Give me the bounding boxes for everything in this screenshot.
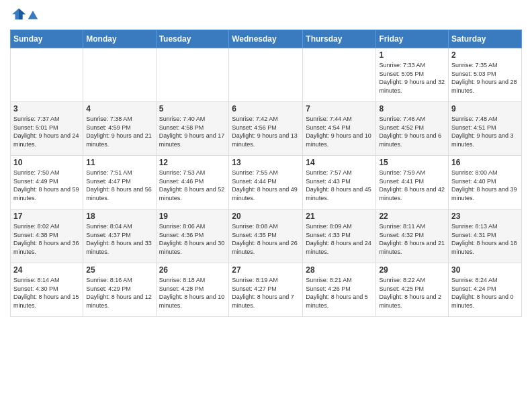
day-number: 21 — [306, 212, 373, 221]
calendar-cell: 17Sunrise: 8:02 AMSunset: 4:38 PMDayligh… — [11, 210, 83, 263]
calendar-cell — [229, 48, 303, 102]
day-number: 19 — [159, 212, 226, 221]
calendar-cell: 5Sunrise: 7:40 AMSunset: 4:58 PMDaylight… — [156, 102, 229, 156]
weekday-header-wednesday: Wednesday — [229, 30, 303, 48]
day-info: Sunrise: 7:50 AMSunset: 4:49 PMDaylight:… — [13, 169, 80, 202]
day-info: Sunrise: 8:24 AMSunset: 4:24 PMDaylight:… — [451, 276, 519, 310]
day-info: Sunrise: 8:04 AMSunset: 4:37 PMDaylight:… — [86, 222, 152, 256]
day-number: 4 — [86, 104, 152, 113]
day-number: 29 — [379, 265, 445, 275]
day-number: 3 — [13, 104, 80, 113]
calendar-cell — [156, 48, 229, 102]
calendar: SundayMondayTuesdayWednesdayThursdayFrid… — [10, 30, 522, 317]
calendar-cell: 6Sunrise: 7:42 AMSunset: 4:56 PMDaylight… — [229, 102, 303, 156]
weekday-header-tuesday: Tuesday — [156, 30, 229, 48]
day-info: Sunrise: 8:11 AMSunset: 4:32 PMDaylight:… — [379, 222, 445, 256]
day-info: Sunrise: 7:37 AMSunset: 5:01 PMDaylight:… — [13, 115, 80, 148]
logo-triangle-icon — [27, 9, 39, 21]
calendar-cell: 12Sunrise: 7:53 AMSunset: 4:46 PMDayligh… — [156, 156, 229, 210]
weekday-header-thursday: Thursday — [303, 30, 376, 48]
day-number: 7 — [306, 104, 373, 113]
day-number: 17 — [13, 212, 80, 221]
day-number: 27 — [232, 265, 300, 275]
day-info: Sunrise: 8:08 AMSunset: 4:35 PMDaylight:… — [232, 222, 300, 256]
day-info: Sunrise: 7:53 AMSunset: 4:46 PMDaylight:… — [159, 169, 226, 202]
day-info: Sunrise: 8:09 AMSunset: 4:33 PMDaylight:… — [306, 222, 373, 256]
calendar-cell: 22Sunrise: 8:11 AMSunset: 4:32 PMDayligh… — [376, 210, 449, 263]
day-number: 2 — [451, 50, 519, 60]
day-number: 12 — [159, 158, 226, 167]
calendar-cell: 1Sunrise: 7:33 AMSunset: 5:05 PMDaylight… — [376, 48, 449, 102]
day-info: Sunrise: 8:19 AMSunset: 4:27 PMDaylight:… — [232, 276, 300, 310]
calendar-cell: 18Sunrise: 8:04 AMSunset: 4:37 PMDayligh… — [83, 210, 156, 263]
svg-marker-0 — [28, 11, 38, 19]
calendar-cell: 10Sunrise: 7:50 AMSunset: 4:49 PMDayligh… — [11, 156, 83, 210]
calendar-cell: 7Sunrise: 7:44 AMSunset: 4:54 PMDaylight… — [303, 102, 376, 156]
day-number: 8 — [379, 104, 445, 113]
calendar-cell: 30Sunrise: 8:24 AMSunset: 4:24 PMDayligh… — [449, 263, 522, 317]
day-info: Sunrise: 7:57 AMSunset: 4:43 PMDaylight:… — [306, 169, 373, 202]
day-number: 5 — [159, 104, 226, 113]
weekday-header-sunday: Sunday — [11, 30, 83, 48]
calendar-cell — [303, 48, 376, 102]
day-number: 23 — [451, 212, 519, 221]
calendar-cell: 19Sunrise: 8:06 AMSunset: 4:36 PMDayligh… — [156, 210, 229, 263]
calendar-week-5: 24Sunrise: 8:14 AMSunset: 4:30 PMDayligh… — [11, 263, 522, 317]
day-info: Sunrise: 7:38 AMSunset: 4:59 PMDaylight:… — [86, 115, 152, 148]
day-number: 9 — [451, 104, 519, 113]
day-info: Sunrise: 7:46 AMSunset: 4:52 PMDaylight:… — [379, 115, 445, 148]
day-number: 16 — [451, 158, 519, 167]
day-number: 22 — [379, 212, 445, 221]
calendar-cell: 26Sunrise: 8:18 AMSunset: 4:28 PMDayligh… — [156, 263, 229, 317]
day-info: Sunrise: 7:44 AMSunset: 4:54 PMDaylight:… — [306, 115, 373, 148]
calendar-cell: 24Sunrise: 8:14 AMSunset: 4:30 PMDayligh… — [11, 263, 83, 317]
day-info: Sunrise: 7:33 AMSunset: 5:05 PMDaylight:… — [379, 61, 445, 95]
day-number: 6 — [232, 104, 300, 113]
weekday-header-saturday: Saturday — [449, 30, 522, 48]
day-info: Sunrise: 8:21 AMSunset: 4:26 PMDaylight:… — [306, 276, 373, 310]
calendar-cell: 4Sunrise: 7:38 AMSunset: 4:59 PMDaylight… — [83, 102, 156, 156]
calendar-cell: 8Sunrise: 7:46 AMSunset: 4:52 PMDaylight… — [376, 102, 449, 156]
day-info: Sunrise: 8:18 AMSunset: 4:28 PMDaylight:… — [159, 276, 226, 310]
day-info: Sunrise: 7:59 AMSunset: 4:41 PMDaylight:… — [379, 169, 445, 202]
day-number: 24 — [13, 265, 80, 275]
day-number: 28 — [306, 265, 373, 275]
calendar-cell: 14Sunrise: 7:57 AMSunset: 4:43 PMDayligh… — [303, 156, 376, 210]
calendar-cell: 25Sunrise: 8:16 AMSunset: 4:29 PMDayligh… — [83, 263, 156, 317]
day-number: 18 — [86, 212, 152, 221]
logo-icon — [11, 7, 26, 21]
day-info: Sunrise: 7:48 AMSunset: 4:51 PMDaylight:… — [451, 115, 519, 148]
calendar-cell: 9Sunrise: 7:48 AMSunset: 4:51 PMDaylight… — [449, 102, 522, 156]
weekday-header-friday: Friday — [376, 30, 449, 48]
day-info: Sunrise: 8:22 AMSunset: 4:25 PMDaylight:… — [379, 276, 445, 310]
day-info: Sunrise: 7:35 AMSunset: 5:03 PMDaylight:… — [451, 61, 519, 95]
calendar-week-1: 1Sunrise: 7:33 AMSunset: 5:05 PMDaylight… — [11, 48, 522, 102]
calendar-cell — [11, 48, 83, 102]
calendar-cell: 20Sunrise: 8:08 AMSunset: 4:35 PMDayligh… — [229, 210, 303, 263]
calendar-cell: 2Sunrise: 7:35 AMSunset: 5:03 PMDaylight… — [449, 48, 522, 102]
calendar-cell: 23Sunrise: 8:13 AMSunset: 4:31 PMDayligh… — [449, 210, 522, 263]
calendar-cell: 21Sunrise: 8:09 AMSunset: 4:33 PMDayligh… — [303, 210, 376, 263]
day-number: 11 — [86, 158, 152, 167]
day-number: 20 — [232, 212, 300, 221]
day-info: Sunrise: 8:02 AMSunset: 4:38 PMDaylight:… — [13, 222, 80, 256]
day-number: 13 — [232, 158, 300, 167]
day-info: Sunrise: 7:40 AMSunset: 4:58 PMDaylight:… — [159, 115, 226, 148]
day-number: 1 — [379, 50, 445, 60]
day-number: 30 — [451, 265, 519, 275]
calendar-cell: 15Sunrise: 7:59 AMSunset: 4:41 PMDayligh… — [376, 156, 449, 210]
day-info: Sunrise: 8:06 AMSunset: 4:36 PMDaylight:… — [159, 222, 226, 256]
calendar-cell: 27Sunrise: 8:19 AMSunset: 4:27 PMDayligh… — [229, 263, 303, 317]
day-number: 14 — [306, 158, 373, 167]
calendar-cell: 16Sunrise: 8:00 AMSunset: 4:40 PMDayligh… — [449, 156, 522, 210]
day-info: Sunrise: 8:00 AMSunset: 4:40 PMDaylight:… — [451, 169, 519, 202]
day-info: Sunrise: 8:13 AMSunset: 4:31 PMDaylight:… — [451, 222, 519, 256]
logo — [10, 7, 40, 24]
calendar-week-4: 17Sunrise: 8:02 AMSunset: 4:38 PMDayligh… — [11, 210, 522, 263]
day-info: Sunrise: 8:14 AMSunset: 4:30 PMDaylight:… — [13, 276, 80, 310]
day-number: 25 — [86, 265, 152, 275]
day-info: Sunrise: 7:42 AMSunset: 4:56 PMDaylight:… — [232, 115, 300, 148]
day-number: 10 — [13, 158, 80, 167]
weekday-header-monday: Monday — [83, 30, 156, 48]
calendar-cell: 13Sunrise: 7:55 AMSunset: 4:44 PMDayligh… — [229, 156, 303, 210]
